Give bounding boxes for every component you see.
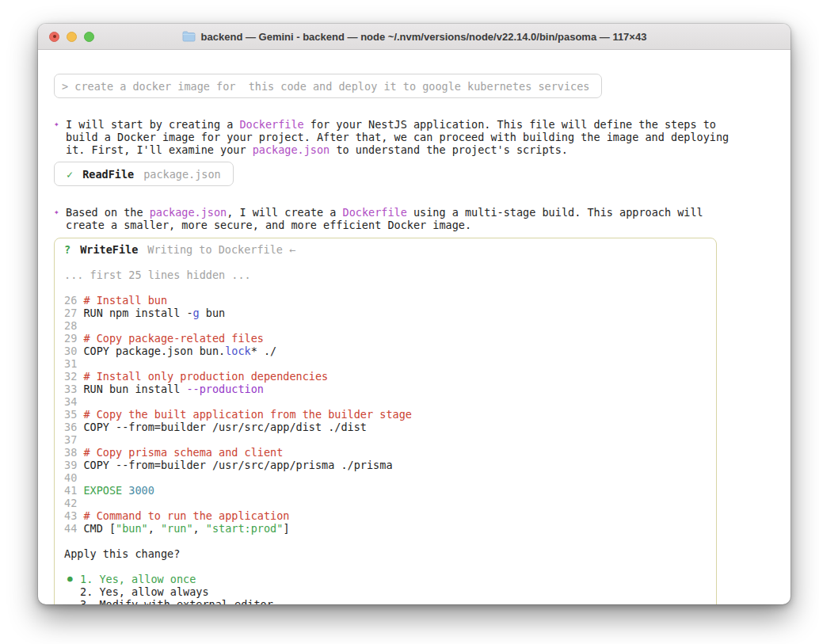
text-segment: COPY --from=builder /usr/src/app/dist ./… (83, 421, 367, 433)
text-segment: EXPOSE (83, 484, 122, 497)
gemini-sparkle-icon: ✦ (54, 118, 66, 156)
apply-options: ●1. Yes, allow once2. Yes, allow always3… (64, 573, 707, 604)
text-segment: COPY --from=builder /usr/src/app/prisma … (83, 459, 392, 471)
code-text: COPY --from=builder /usr/src/app/dist ./… (83, 421, 367, 433)
code-line: 34 (64, 395, 707, 408)
text-segment: "start:prod" (206, 522, 284, 535)
inline-code: package.json (253, 143, 330, 156)
assistant-message: ✦ Based on the package.json, I will crea… (54, 206, 775, 231)
selected-bullet-icon: ● (64, 573, 80, 585)
code-line: 39COPY --from=builder /usr/src/app/prism… (64, 459, 707, 471)
folder-icon (182, 31, 196, 42)
line-number: 39 (64, 459, 77, 471)
minimize-button[interactable] (67, 32, 77, 42)
line-number: 35 (64, 408, 77, 421)
text-segment: to understand the project's scripts. (330, 143, 568, 156)
code-line: 32# Install only production dependencies (64, 370, 707, 383)
line-number: 30 (64, 345, 77, 357)
unsaved-dot-icon (53, 35, 56, 38)
inline-code: Dockerfile (239, 118, 303, 131)
text-segment: # Command to run the application (83, 509, 289, 522)
code-line: 38# Copy prisma schema and client (64, 446, 707, 459)
apply-option-1[interactable]: ●1. Yes, allow once (64, 573, 707, 585)
assistant-message-text: Based on the package.json, I will create… (66, 206, 739, 231)
text-segment: # Install only production dependencies (83, 370, 328, 383)
text-segment: "run" (161, 522, 193, 535)
code-text: # Install bun (83, 294, 167, 307)
terminal-content: > create a docker image for this code an… (38, 74, 790, 604)
line-number: 40 (64, 471, 77, 484)
text-segment: RUN npm install - (83, 307, 192, 319)
text-segment: ] (283, 522, 289, 535)
titlebar[interactable]: backend — Gemini - backend — node ~/.nvm… (38, 24, 790, 50)
line-number: 43 (64, 509, 77, 522)
code-text: RUN bun install --production (83, 383, 264, 395)
code-text: CMD ["bun", "run", "start:prod"] (83, 522, 289, 535)
code-line: 42 (64, 497, 707, 509)
prompt-text: > create a docker image for this code an… (62, 80, 589, 93)
code-text: # Command to run the application (83, 509, 289, 522)
apply-option-2[interactable]: 2. Yes, allow always (64, 585, 707, 598)
text-segment: 3000 (128, 484, 154, 497)
text-segment: "bun" (116, 522, 148, 535)
line-number: 41 (64, 484, 77, 497)
bullet-spacer (64, 598, 80, 604)
code-line: 29# Copy package-related files (64, 332, 707, 345)
text-segment: I will start by creating a (66, 118, 239, 131)
gemini-sparkle-icon: ✦ (54, 206, 66, 231)
line-number: 44 (64, 522, 77, 535)
text-segment: # Copy prisma schema and client (83, 446, 283, 459)
option-label: 3. Modify with external editor (80, 598, 273, 604)
line-number: 38 (64, 446, 77, 459)
line-number: 27 (64, 307, 77, 319)
text-segment: RUN bun install (83, 383, 186, 395)
text-segment: # Copy package-related files (83, 332, 264, 345)
titlebar-center: backend — Gemini - backend — node ~/.nvm… (182, 31, 647, 43)
assistant-message-text: I will start by creating a Dockerfile fo… (66, 118, 739, 156)
apply-question: Apply this change? (64, 547, 707, 560)
option-label: 2. Yes, allow always (80, 585, 209, 598)
text-segment: , (148, 522, 161, 535)
text-segment: g (193, 307, 200, 319)
window-title: backend — Gemini - backend — node ~/.nvm… (201, 31, 647, 43)
terminal-window: backend — Gemini - backend — node ~/.nvm… (38, 24, 790, 604)
code-text: # Copy the built application from the bu… (83, 408, 412, 421)
hidden-lines-note: ... first 25 lines hidden ... (64, 269, 707, 281)
text-segment: Based on the (66, 206, 150, 219)
code-line: 33RUN bun install --production (64, 383, 707, 395)
code-line: 40 (64, 471, 707, 484)
text-segment: # Copy the built application from the bu… (83, 408, 412, 421)
text-segment: # Install bun (83, 294, 167, 307)
line-number: 34 (64, 395, 77, 408)
option-label: 1. Yes, allow once (80, 573, 196, 585)
line-number: 36 (64, 421, 77, 433)
text-segment: * ./ (251, 345, 277, 357)
inline-code: package.json (150, 206, 227, 219)
code-line: 31 (64, 357, 707, 370)
line-number: 28 (64, 319, 77, 332)
zoom-button[interactable] (84, 32, 94, 42)
text-segment: bun (200, 307, 226, 319)
code-line: 36COPY --from=builder /usr/src/app/dist … (64, 421, 707, 433)
code-text: RUN npm install -g bun (83, 307, 225, 319)
close-button[interactable] (49, 32, 59, 42)
tool-detail: package.json (143, 168, 221, 181)
code-text: # Copy package-related files (83, 332, 264, 345)
apply-option-3[interactable]: 3. Modify with external editor (64, 598, 707, 604)
line-number: 26 (64, 294, 77, 307)
line-number: 42 (64, 497, 77, 509)
prompt-input[interactable]: > create a docker image for this code an… (54, 74, 602, 98)
tool-call-readfile: ✓ ReadFile package.json (54, 162, 234, 186)
code-text: EXPOSE 3000 (83, 484, 154, 497)
code-line: 28 (64, 319, 707, 332)
bullet-spacer (64, 585, 80, 598)
tool-call-writefile: ? WriteFile Writing to Dockerfile ← ... … (54, 238, 717, 604)
traffic-lights (49, 24, 94, 49)
code-line: 26# Install bun (64, 294, 707, 307)
tool-header: ? WriteFile Writing to Dockerfile ← (64, 243, 707, 256)
code-line: 43# Command to run the application (64, 509, 707, 522)
question-icon: ? (64, 243, 70, 256)
text-segment: --production (186, 383, 264, 395)
code-line: 27RUN npm install -g bun (64, 307, 707, 319)
assistant-message: ✦ I will start by creating a Dockerfile … (54, 118, 775, 156)
